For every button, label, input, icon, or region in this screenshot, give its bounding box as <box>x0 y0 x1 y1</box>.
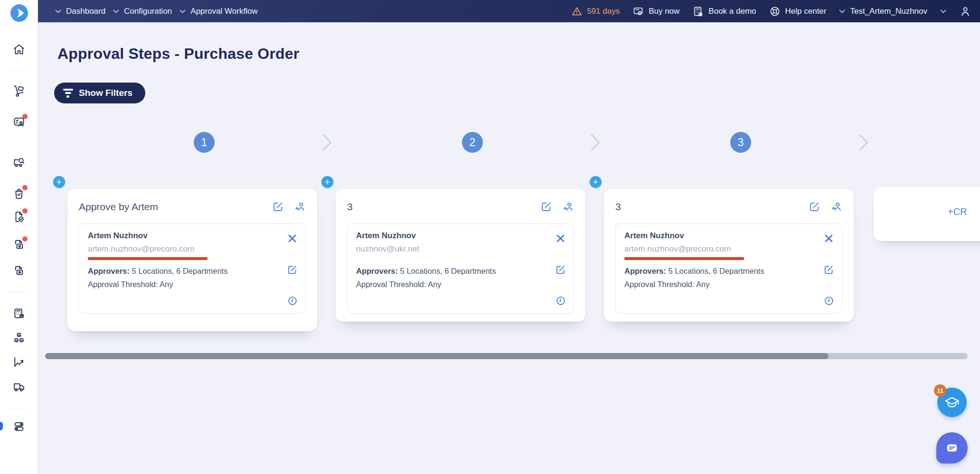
wallet-document-2-icon[interactable] <box>12 264 26 278</box>
remove-approver-icon[interactable] <box>287 233 298 244</box>
chevron-right-icon <box>590 133 601 151</box>
book-demo-button[interactable]: Book a demo <box>692 6 756 17</box>
approval-workflow-page: Dashboard Configuration Approval Workflo… <box>0 0 980 474</box>
edit-approver-icon[interactable] <box>287 264 298 275</box>
schedule-clock-icon[interactable] <box>287 296 298 306</box>
academy-button[interactable]: 11 <box>937 388 967 417</box>
breadcrumb-configuration[interactable]: Configuration <box>113 7 172 16</box>
breadcrumb-label: Configuration <box>124 7 172 16</box>
truck-icon[interactable] <box>12 380 26 393</box>
bag-check-icon[interactable] <box>12 187 26 200</box>
precoro-logo[interactable] <box>10 4 28 22</box>
edit-step-icon[interactable] <box>540 201 552 213</box>
add-approver-icon[interactable] <box>562 201 574 213</box>
active-section-indicator <box>0 422 3 430</box>
chevron-down-icon <box>179 9 186 13</box>
edit-step-icon[interactable] <box>272 201 284 213</box>
approval-threshold-line: Approval Threshold: Any <box>356 280 550 289</box>
add-step-button[interactable] <box>590 176 602 188</box>
workflow-step-column: 3 3 Artem Nuzhnov artem.nuzhnov@precoro.… <box>604 0 854 346</box>
chevron-right-icon <box>858 133 869 151</box>
breadcrumb-dashboard[interactable]: Dashboard <box>55 7 105 16</box>
user-icon[interactable] <box>959 5 971 18</box>
hand-truck-icon[interactable] <box>12 84 26 98</box>
schedule-clock-icon[interactable] <box>824 296 834 306</box>
chevron-down-icon <box>839 9 845 13</box>
horizontal-scrollbar-track[interactable] <box>45 353 968 359</box>
remove-approver-icon[interactable] <box>823 233 834 244</box>
red-underline-annotation <box>88 257 207 260</box>
chevron-down-icon <box>113 9 119 13</box>
approvers-line: Approvers: 5 Locations, 6 Departments <box>624 267 818 276</box>
edit-approver-icon[interactable] <box>555 264 566 275</box>
navbar-breadcrumbs: Dashboard Configuration Approval Workflo… <box>38 7 258 16</box>
schedule-clock-icon[interactable] <box>556 296 566 306</box>
toggles-icon[interactable] <box>12 420 26 433</box>
home-icon[interactable] <box>12 43 26 56</box>
card-badge-icon <box>632 6 644 17</box>
approvers-line: Approvers: 5 Locations, 6 Departments <box>356 267 550 276</box>
notification-dot <box>22 236 28 242</box>
warning-triangle-icon <box>571 6 583 17</box>
breadcrumb-label: Approval Workflow <box>190 7 257 16</box>
remove-approver-icon[interactable] <box>555 233 566 244</box>
add-approver-icon[interactable] <box>294 201 306 213</box>
approval-threshold-line: Approval Threshold: Any <box>624 280 818 289</box>
approver-name: Artem Nuzhnov <box>88 231 282 241</box>
approver-email: artem.nuzhnov@precoro.com <box>624 244 818 254</box>
buy-now-label: Buy now <box>649 7 679 16</box>
calculator-icon <box>692 6 704 17</box>
buy-now-button[interactable]: Buy now <box>632 6 679 17</box>
approver-box: Artem Nuzhnov artem.nuzhnov@precoro.com … <box>79 223 306 314</box>
book-demo-label: Book a demo <box>708 7 756 16</box>
truck-search-icon[interactable] <box>12 156 26 169</box>
approvers-line: Approvers: 5 Locations, 6 Departments <box>88 267 282 276</box>
notifications-badge: 11 <box>934 384 946 397</box>
approver-box: Artem Nuzhnov artem.nuzhnov@precoro.com … <box>615 223 842 314</box>
calculator-icon[interactable] <box>12 307 26 320</box>
add-approver-icon[interactable] <box>830 201 842 213</box>
document-user-icon[interactable] <box>12 116 26 129</box>
trial-days-label: 591 days <box>587 7 620 16</box>
help-center-label: Help center <box>785 7 827 16</box>
approver-email: artem.nuzhnov@precoro.com <box>88 244 282 254</box>
approver-name: Artem Nuzhnov <box>356 231 550 241</box>
approval-step-card: 3 Artem Nuzhnov nuzhnov@ukr.net Approver… <box>336 189 585 322</box>
graduation-cap-icon <box>944 394 960 410</box>
sidebar-divider <box>9 409 28 410</box>
chevron-down-icon[interactable] <box>940 9 946 13</box>
breadcrumb-approval-workflow[interactable]: Approval Workflow <box>179 7 257 16</box>
edit-step-icon[interactable] <box>809 201 820 213</box>
step-title: 3 <box>347 201 353 213</box>
sidebar-divider <box>9 70 28 71</box>
chevron-right-icon <box>322 133 332 151</box>
approver-name: Artem Nuzhnov <box>624 231 818 241</box>
trial-days-warning[interactable]: 591 days <box>571 6 620 17</box>
approval-threshold-line: Approval Threshold: Any <box>88 280 282 289</box>
workflow-step-column: 2 3 Artem Nuzhnov nuzhnov@ukr.net Approv… <box>336 0 585 346</box>
red-underline-annotation <box>624 257 744 260</box>
edit-approver-icon[interactable] <box>823 264 834 275</box>
left-sidebar <box>0 0 38 474</box>
trend-chart-icon[interactable] <box>12 355 26 369</box>
chat-widget-button[interactable] <box>936 432 968 464</box>
notification-dot <box>22 208 28 214</box>
account-menu[interactable]: Test_Artem_Nuzhnov <box>839 7 927 16</box>
approver-box: Artem Nuzhnov nuzhnov@ukr.net Approvers:… <box>347 223 574 314</box>
add-step-button[interactable] <box>53 176 65 188</box>
horizontal-scrollbar-thumb[interactable] <box>45 353 829 359</box>
help-center-button[interactable]: Help center <box>769 6 827 17</box>
add-step-button[interactable] <box>321 176 333 188</box>
approver-email: nuzhnov@ukr.net <box>356 244 550 254</box>
step-number-badge: 2 <box>462 132 483 153</box>
wallet-document-icon[interactable] <box>12 238 26 251</box>
create-step-label: +CR <box>948 206 967 217</box>
approval-step-card: 3 Artem Nuzhnov artem.nuzhnov@precoro.co… <box>604 189 854 322</box>
blocks-icon[interactable] <box>12 331 26 344</box>
document-check-icon[interactable] <box>12 210 26 223</box>
account-name-label: Test_Artem_Nuzhnov <box>850 7 927 16</box>
create-step-card[interactable]: +CR <box>874 187 980 241</box>
step-number-badge: 1 <box>194 132 215 153</box>
notification-dot <box>22 114 28 119</box>
approval-step-card: Approve by Artem Artem Nuzhnov artem.nuz… <box>67 189 317 331</box>
